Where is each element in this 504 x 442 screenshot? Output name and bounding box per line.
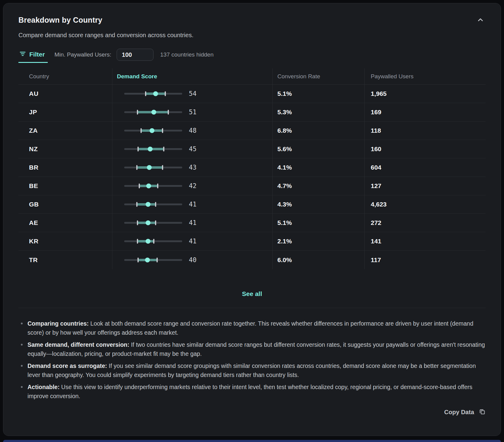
insight-note: Same demand, different conversion: If tw… [18, 340, 486, 358]
country-code: GB [29, 201, 39, 208]
table-row: AU 54 5.1% 1,965 [18, 85, 486, 103]
copy-data-label: Copy Data [444, 409, 474, 416]
demand-score-value: 41 [189, 219, 196, 226]
paywalled-users-value: 118 [371, 127, 381, 134]
slider-min-whisker [137, 110, 138, 115]
slider-score-dot [146, 184, 151, 188]
slider-min-whisker [145, 91, 146, 96]
paywalled-users-value: 127 [371, 182, 381, 190]
copy-data-button[interactable]: Copy Data [444, 408, 486, 416]
demand-score-value: 43 [189, 164, 196, 171]
demand-score-value: 51 [189, 109, 196, 116]
conversion-rate-value: 4.3% [277, 201, 292, 208]
slider-score-dot [147, 165, 152, 170]
conversion-rate-value: 2.1% [277, 238, 292, 245]
card-footer: Copy Data [18, 408, 486, 416]
paywalled-users-value: 141 [371, 238, 381, 245]
collapse-button[interactable] [475, 15, 486, 25]
insight-note: Demand score as surrogate: If you see si… [18, 361, 486, 379]
column-header-paywalled-users[interactable]: Paywalled Users [371, 73, 414, 80]
slider-score-dot [146, 220, 150, 225]
slider-min-whisker [137, 239, 138, 244]
note-lead: Demand score as surrogate: [27, 362, 107, 369]
card-subtitle: Compare demand score ranges and conversi… [18, 32, 486, 39]
country-code: TR [29, 256, 38, 264]
table-row: GB 41 4.3% 4,623 [18, 195, 486, 214]
demand-score-value: 54 [189, 90, 196, 97]
conversion-rate-value: 4.7% [277, 182, 292, 190]
demand-score-range-slider [124, 201, 182, 208]
table-row: ZA 48 6.8% 118 [18, 122, 486, 140]
filter-tab[interactable]: Filter [18, 47, 48, 63]
slider-min-whisker [137, 147, 139, 151]
slider-score-dot [148, 147, 153, 151]
country-code: BR [29, 164, 38, 171]
country-code: AE [29, 219, 38, 226]
slider-max-whisker [165, 91, 166, 96]
paywalled-users-value: 169 [371, 109, 381, 116]
paywalled-users-value: 160 [371, 145, 381, 153]
demand-score-value: 48 [189, 127, 196, 134]
paywalled-users-value: 4,623 [371, 201, 387, 208]
insight-note: Comparing countries: Look at both demand… [18, 319, 486, 337]
page-title: Breakdown by Country [18, 16, 102, 24]
slider-max-whisker [168, 110, 169, 115]
column-header-country[interactable]: Country [29, 73, 49, 80]
breakdown-card: Breakdown by Country Compare demand scor… [3, 3, 501, 436]
slider-min-whisker [136, 165, 137, 170]
demand-score-range-slider [124, 256, 182, 264]
note-lead: Same demand, different conversion: [27, 341, 129, 348]
see-all-row: See all [18, 290, 486, 297]
filter-tab-label: Filter [29, 51, 45, 58]
slider-min-whisker [137, 258, 139, 262]
country-code: ZA [29, 127, 38, 134]
conversion-rate-value: 5.3% [277, 109, 292, 116]
demand-score-range-slider [124, 109, 182, 116]
paywalled-users-value: 117 [371, 256, 381, 264]
country-code: KR [29, 238, 38, 245]
paywalled-users-value: 272 [371, 219, 381, 226]
column-header-demand-score[interactable]: Demand Score [117, 73, 157, 80]
demand-score-range-slider [124, 238, 182, 245]
table-row: AE 41 5.1% 272 [18, 214, 486, 232]
conversion-rate-value: 4.1% [277, 164, 292, 171]
country-code: AU [29, 90, 38, 97]
country-code: JP [29, 109, 37, 116]
insight-note: Actionable: Use this view to identify un… [18, 382, 486, 401]
note-text: Use this view to identify underperformin… [27, 384, 472, 399]
paywalled-users-value: 604 [371, 164, 381, 171]
demand-score-value: 40 [189, 256, 196, 264]
chevron-up-icon [477, 20, 484, 25]
note-text: Look at both demand score range and conv… [27, 320, 473, 336]
min-paywalled-users-input[interactable] [117, 49, 153, 61]
slider-min-whisker [136, 202, 137, 207]
insight-notes: Comparing countries: Look at both demand… [18, 319, 486, 401]
table-row: TR 40 6.0% 117 [18, 251, 486, 269]
slider-max-whisker [157, 258, 158, 262]
column-header-conversion-rate[interactable]: Conversion Rate [277, 73, 320, 80]
slider-max-whisker [153, 239, 154, 244]
table-row: NZ 45 5.6% 160 [18, 140, 486, 158]
table-header-row: Country Demand Score Conversion Rate Pay… [18, 68, 486, 85]
table-body: AU 54 5.1% 1,965 JP 51 5.3% [18, 85, 486, 269]
slider-score-dot [153, 91, 158, 96]
section-divider [18, 308, 486, 308]
slider-max-whisker [155, 220, 156, 225]
demand-score-range-slider [124, 127, 182, 134]
demand-score-range-slider [124, 219, 182, 226]
filter-icon [19, 50, 26, 59]
table-row: JP 51 5.3% 169 [18, 103, 486, 122]
slider-max-whisker [157, 184, 158, 188]
note-lead: Comparing countries: [27, 320, 89, 327]
demand-score-range-slider [124, 182, 182, 190]
conversion-rate-value: 5.1% [277, 219, 292, 226]
slider-min-whisker [139, 184, 140, 188]
table-row: BR 43 4.1% 604 [18, 158, 486, 177]
card-header: Breakdown by Country [18, 15, 486, 25]
conversion-rate-value: 6.8% [277, 127, 292, 134]
filter-bar: Filter Min. Paywalled Users: 137 countri… [18, 47, 486, 63]
hidden-countries-summary: 137 countries hidden [160, 51, 213, 58]
demand-score-range-slider [124, 164, 182, 171]
country-code: NZ [29, 145, 38, 153]
see-all-link[interactable]: See all [242, 290, 262, 297]
